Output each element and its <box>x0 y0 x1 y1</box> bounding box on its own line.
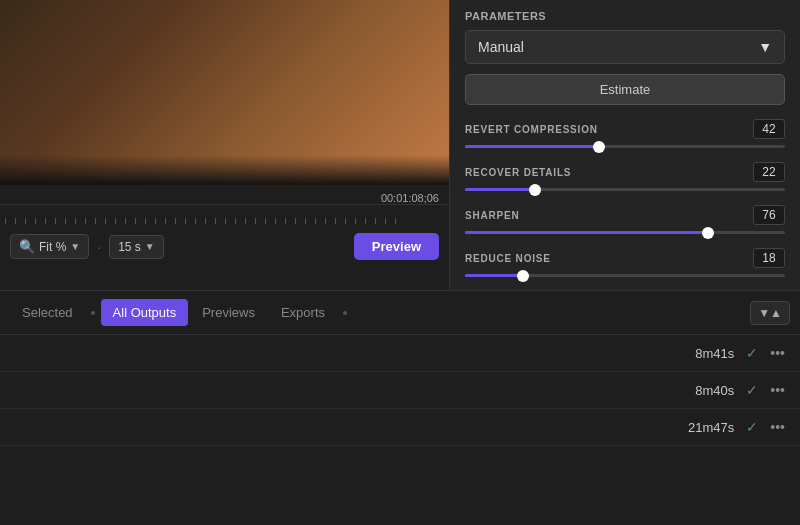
left-panel: 00:01:08;06 <box>0 0 450 290</box>
tick <box>365 218 375 224</box>
param-row-2: SHARPEN76 <box>465 205 785 234</box>
tab-selected[interactable]: Selected <box>10 299 85 326</box>
timeline-area: 00:01:08;06 <box>0 185 449 290</box>
zoom-icon: 🔍 <box>19 239 35 254</box>
tick <box>235 218 245 224</box>
tick <box>245 218 255 224</box>
tick <box>215 218 225 224</box>
output-list: 8m41s✓•••8m40s✓•••21m47s✓••• <box>0 335 800 525</box>
params-label: PARAMETERS <box>465 10 785 22</box>
tick <box>115 218 125 224</box>
tick <box>345 218 355 224</box>
tick <box>315 218 325 224</box>
tick <box>85 218 95 224</box>
more-button-2[interactable]: ••• <box>770 419 785 435</box>
bottom-section: Selected All Outputs Previews Exports ▼▲… <box>0 290 800 525</box>
tick <box>165 218 175 224</box>
check-icon-2: ✓ <box>746 419 758 435</box>
tab-separator <box>91 311 95 315</box>
slider-track-2[interactable] <box>465 231 785 234</box>
chevron-down-icon: ▼ <box>145 241 155 252</box>
output-item-0: 8m41s✓••• <box>0 335 800 372</box>
param-header-0: REVERT COMPRESSION42 <box>465 119 785 139</box>
tick <box>355 218 365 224</box>
tick <box>325 218 335 224</box>
tick <box>225 218 235 224</box>
slider-track-1[interactable] <box>465 188 785 191</box>
param-row-0: REVERT COMPRESSION42 <box>465 119 785 148</box>
param-name-1: RECOVER DETAILS <box>465 167 571 178</box>
tick <box>25 218 35 224</box>
param-value-2[interactable]: 76 <box>753 205 785 225</box>
param-name-3: REDUCE NOISE <box>465 253 551 264</box>
zoom-dropdown[interactable]: 🔍 Fit % ▼ <box>10 234 89 259</box>
tab-separator-2 <box>343 311 347 315</box>
check-icon-0: ✓ <box>746 345 758 361</box>
tick <box>55 218 65 224</box>
zoom-label: Fit % <box>39 240 66 254</box>
tick <box>15 218 25 224</box>
preview-button[interactable]: Preview <box>354 233 439 260</box>
param-row-1: RECOVER DETAILS22 <box>465 162 785 191</box>
slider-thumb-0[interactable] <box>593 141 605 153</box>
more-button-1[interactable]: ••• <box>770 382 785 398</box>
output-duration-2: 21m47s <box>688 420 734 435</box>
tick <box>265 218 275 224</box>
param-value-1[interactable]: 22 <box>753 162 785 182</box>
separator-dot: · <box>97 239 101 255</box>
slider-fill-1 <box>465 188 535 191</box>
tick <box>65 218 75 224</box>
playback-controls: 🔍 Fit % ▼ · 15 s ▼ Preview <box>0 224 449 269</box>
slider-track-3[interactable] <box>465 274 785 277</box>
param-header-2: SHARPEN76 <box>465 205 785 225</box>
param-value-0[interactable]: 42 <box>753 119 785 139</box>
output-tabs: Selected All Outputs Previews Exports ▼▲ <box>0 291 800 335</box>
slider-thumb-3[interactable] <box>517 270 529 282</box>
params-dropdown-value: Manual <box>478 39 524 55</box>
tick <box>135 218 145 224</box>
tick <box>205 218 215 224</box>
duration-dropdown[interactable]: 15 s ▼ <box>109 235 164 259</box>
timecode: 00:01:08;06 <box>0 190 449 204</box>
param-value-3[interactable]: 18 <box>753 248 785 268</box>
tick <box>305 218 315 224</box>
tab-exports[interactable]: Exports <box>269 299 337 326</box>
tab-sort-button[interactable]: ▼▲ <box>750 301 790 325</box>
tick <box>45 218 55 224</box>
tick <box>5 218 15 224</box>
video-preview <box>0 0 449 185</box>
timeline-ruler[interactable] <box>0 204 449 224</box>
slider-thumb-2[interactable] <box>702 227 714 239</box>
tab-previews[interactable]: Previews <box>190 299 267 326</box>
param-row-3: REDUCE NOISE18 <box>465 248 785 277</box>
estimate-button[interactable]: Estimate <box>465 74 785 105</box>
tick <box>95 218 105 224</box>
slider-fill-0 <box>465 145 599 148</box>
tick <box>155 218 165 224</box>
slider-thumb-1[interactable] <box>529 184 541 196</box>
slider-fill-2 <box>465 231 708 234</box>
tab-all-outputs[interactable]: All Outputs <box>101 299 189 326</box>
tick <box>145 218 155 224</box>
tick <box>375 218 385 224</box>
tick <box>195 218 205 224</box>
tick <box>175 218 185 224</box>
slider-track-0[interactable] <box>465 145 785 148</box>
params-dropdown[interactable]: Manual ▼ <box>465 30 785 64</box>
output-duration-0: 8m41s <box>695 346 734 361</box>
tick <box>285 218 295 224</box>
chevron-down-icon: ▼ <box>758 39 772 55</box>
param-header-3: REDUCE NOISE18 <box>465 248 785 268</box>
output-item-2: 21m47s✓••• <box>0 409 800 446</box>
tick <box>35 218 45 224</box>
duration-label: 15 s <box>118 240 141 254</box>
tick <box>275 218 285 224</box>
slider-fill-3 <box>465 274 523 277</box>
more-button-0[interactable]: ••• <box>770 345 785 361</box>
tick <box>395 218 405 224</box>
param-name-0: REVERT COMPRESSION <box>465 124 598 135</box>
right-panel: PARAMETERS Manual ▼ Estimate REVERT COMP… <box>450 0 800 290</box>
tick <box>385 218 395 224</box>
tick <box>185 218 195 224</box>
tick <box>335 218 345 224</box>
